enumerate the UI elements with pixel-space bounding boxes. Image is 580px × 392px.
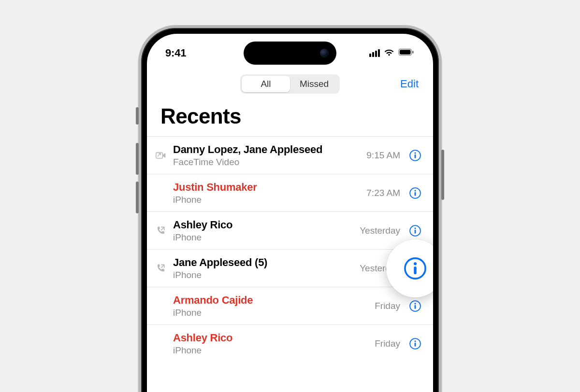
call-name: Ashley Rico bbox=[173, 219, 355, 231]
call-subtitle: iPhone bbox=[173, 232, 355, 243]
recents-row[interactable]: Danny Lopez, Jane AppleseedFaceTime Vide… bbox=[147, 136, 433, 174]
recents-row[interactable]: Ashley RicoiPhoneFriday bbox=[147, 324, 433, 362]
call-name: Ashley Rico bbox=[173, 332, 370, 344]
screen: 9:41 All Missed bbox=[147, 34, 433, 392]
svg-rect-18 bbox=[415, 305, 416, 308]
facetime-outgoing-icon bbox=[154, 151, 168, 160]
svg-rect-6 bbox=[415, 154, 416, 158]
call-subtitle: iPhone bbox=[173, 345, 370, 356]
info-button[interactable] bbox=[408, 148, 422, 163]
svg-point-11 bbox=[414, 227, 416, 229]
recents-list[interactable]: Danny Lopez, Jane AppleseedFaceTime Vide… bbox=[147, 136, 433, 362]
call-name: Armando Cajide bbox=[173, 294, 370, 307]
svg-rect-1 bbox=[400, 50, 411, 54]
status-time: 9:41 bbox=[165, 47, 186, 59]
call-name: Jane Appleseed (5) bbox=[173, 256, 355, 269]
battery-icon bbox=[398, 47, 415, 59]
info-button[interactable] bbox=[408, 224, 422, 238]
svg-rect-21 bbox=[415, 342, 416, 346]
volume-down-button bbox=[136, 182, 139, 213]
svg-point-23 bbox=[414, 262, 417, 265]
info-button[interactable] bbox=[408, 336, 422, 351]
volume-up-button bbox=[136, 143, 139, 175]
silence-switch bbox=[136, 107, 139, 125]
nav-bar: All Missed Edit bbox=[147, 72, 433, 96]
info-icon bbox=[403, 256, 428, 281]
svg-point-17 bbox=[414, 303, 416, 304]
info-button[interactable] bbox=[408, 186, 422, 200]
wifi-icon bbox=[384, 47, 394, 59]
info-button[interactable] bbox=[408, 299, 422, 313]
side-button bbox=[441, 150, 444, 200]
call-subtitle: iPhone bbox=[173, 270, 355, 280]
svg-rect-12 bbox=[415, 229, 416, 233]
svg-rect-24 bbox=[414, 266, 417, 274]
status-bar: 9:41 bbox=[147, 42, 433, 64]
call-subtitle: FaceTime Video bbox=[173, 157, 362, 168]
svg-rect-2 bbox=[412, 51, 414, 54]
recents-row[interactable]: Ashley RicoiPhoneYesterday bbox=[147, 211, 433, 249]
recents-row[interactable]: Justin ShumakeriPhone7:23 AM bbox=[147, 174, 433, 211]
call-subtitle: iPhone bbox=[173, 308, 370, 318]
call-time: 7:23 AM bbox=[366, 188, 400, 198]
phone-outgoing-icon bbox=[154, 225, 168, 236]
segment-all[interactable]: All bbox=[242, 76, 290, 92]
svg-rect-9 bbox=[415, 192, 416, 196]
recents-filter-segmented[interactable]: All Missed bbox=[240, 74, 340, 94]
call-name: Danny Lopez, Jane Appleseed bbox=[173, 143, 362, 156]
segment-missed[interactable]: Missed bbox=[290, 76, 338, 92]
call-name: Justin Shumaker bbox=[173, 181, 362, 194]
call-time: Friday bbox=[375, 338, 400, 349]
edit-button[interactable]: Edit bbox=[400, 78, 419, 90]
svg-point-5 bbox=[414, 152, 416, 154]
call-subtitle: iPhone bbox=[173, 195, 362, 205]
call-time: Friday bbox=[375, 301, 400, 311]
svg-point-8 bbox=[414, 190, 416, 191]
cellular-signal-icon bbox=[369, 49, 380, 57]
call-time: 9:15 AM bbox=[366, 150, 400, 161]
svg-point-20 bbox=[414, 340, 416, 342]
phone-outgoing-icon bbox=[154, 263, 168, 274]
call-time: Yesterday bbox=[360, 225, 400, 236]
page-title: Recents bbox=[147, 96, 433, 136]
recents-row[interactable]: Armando CajideiPhoneFriday bbox=[147, 287, 433, 324]
iphone-frame: 9:41 All Missed bbox=[138, 25, 442, 392]
